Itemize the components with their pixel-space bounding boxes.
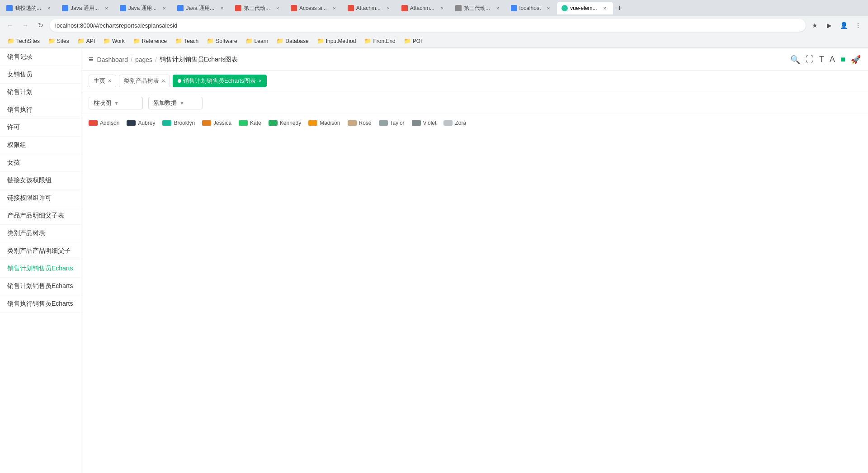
sidebar-item-category-product-detail[interactable]: 类别产品产品明细父子 [0, 242, 81, 260]
text-icon[interactable]: A [830, 55, 835, 64]
data-type-arrow: ▼ [179, 100, 184, 106]
breadcrumb-dashboard[interactable]: Dashboard [97, 56, 128, 63]
tab-8[interactable]: Attachm... × [397, 2, 450, 14]
bookmark-techsites[interactable]: 📁 TechSites [4, 37, 43, 45]
legend-item-taylor[interactable]: Taylor [379, 120, 405, 126]
sidebar-item-female-sales[interactable]: 女销售员 [0, 66, 81, 84]
sidebar-item-permit[interactable]: 许可 [0, 119, 81, 137]
tab-11[interactable]: vue-elem... × [557, 2, 613, 14]
tab-close-3[interactable]: × [160, 5, 168, 12]
tab-close-9[interactable]: × [494, 5, 501, 12]
tab-close-8[interactable]: × [439, 5, 446, 12]
tab-bar: 我投递的... × Java 通用... × Java 通用... × Java… [0, 0, 868, 16]
tab-5[interactable]: 第三代动... × [231, 2, 286, 14]
tab-close-4[interactable]: × [218, 5, 226, 12]
bookmark-software[interactable]: 📁 Software [203, 37, 241, 45]
tab-1[interactable]: 我投递的... × [2, 2, 57, 14]
folder-icon: 📁 [364, 38, 371, 44]
sidebar-item-category-tree[interactable]: 类别产品树表 [0, 225, 81, 242]
search-icon[interactable]: 🔍 [790, 55, 800, 65]
address-input[interactable] [50, 19, 806, 32]
tab-7[interactable]: Attachm... × [343, 2, 396, 14]
sidebar-item-sales-plan-echarts[interactable]: 销售计划销售员Echarts [0, 260, 81, 278]
sidebar-item-sales-plan[interactable]: 销售计划 [0, 84, 81, 101]
sidebar-item-girls[interactable]: 女孩 [0, 154, 81, 172]
bookmark-api[interactable]: 📁 API [74, 37, 99, 45]
tab-2[interactable]: Java 通用... × [57, 2, 115, 14]
bookmark-learn[interactable]: 📁 Learn [242, 37, 272, 45]
sidebar-item-link-girl-group[interactable]: 链接女孩权限组 [0, 172, 81, 189]
bookmark-star-icon[interactable]: ★ [808, 19, 821, 32]
breadcrumb-current: 销售计划销售员Echarts图表 [160, 56, 238, 64]
sidebar: 销售记录 女销售员 销售计划 销售执行 许可 权限组 女孩 链接女孩权限组 链接… [0, 48, 81, 473]
back-button[interactable]: ← [4, 19, 16, 32]
sidebar-item-sales-plan-echarts2[interactable]: 销售计划销售员Echarts [0, 278, 81, 295]
legend-item-zora[interactable]: Zora [443, 120, 466, 126]
sidebar-item-link-group-permit[interactable]: 链接权限组许可 [0, 189, 81, 207]
breadcrumb-pages[interactable]: pages [135, 56, 152, 63]
bookmark-sites[interactable]: 📁 Sites [44, 37, 73, 45]
legend-item-jessica[interactable]: Jessica [202, 120, 231, 126]
legend-item-madison[interactable]: Madison [308, 120, 340, 126]
bookmark-work[interactable]: 📁 Work [99, 37, 128, 45]
content-tab-close-category[interactable]: × [162, 78, 165, 84]
tab-close-1[interactable]: × [45, 5, 52, 12]
tab-close-2[interactable]: × [103, 5, 110, 12]
content-tab-close-echarts[interactable]: × [259, 78, 262, 84]
sidebar-item-permission-group[interactable]: 权限组 [0, 137, 81, 154]
bookmark-teach[interactable]: 📁 Teach [171, 37, 202, 45]
folder-icon: 📁 [175, 38, 182, 44]
forward-button[interactable]: → [19, 19, 32, 32]
folder-icon: 📁 [103, 38, 110, 44]
bookmark-inputmethod[interactable]: 📁 InputMethod [313, 37, 360, 45]
reload-button[interactable]: ↻ [34, 19, 47, 32]
sidebar-item-sales-exec-echarts[interactable]: 销售执行销售员Echarts [0, 295, 81, 313]
sidebar-item-sales-exec[interactable]: 销售执行 [0, 101, 81, 119]
chart-plot-area [81, 131, 868, 473]
menu-dots-icon[interactable]: ⋮ [852, 19, 864, 32]
tab-close-6[interactable]: × [331, 5, 338, 12]
cast-icon[interactable]: ▶ [823, 19, 835, 32]
tab-close-11[interactable]: × [601, 5, 609, 12]
tab-10[interactable]: localhost × [506, 2, 557, 14]
legend-item-violet[interactable]: Violet [412, 120, 437, 126]
tab-6[interactable]: Access si... × [286, 2, 343, 14]
chart-type-select[interactable]: 柱状图 ▼ [89, 97, 143, 109]
legend-item-kate[interactable]: Kate [239, 120, 261, 126]
fullscreen-icon[interactable]: ⛶ [806, 55, 814, 64]
tab-4[interactable]: Java 通用... × [173, 2, 230, 14]
legend-item-brooklyn[interactable]: Brooklyn [162, 120, 195, 126]
content-tab-home[interactable]: 主页 × [89, 75, 116, 87]
tab-close-7[interactable]: × [385, 5, 392, 12]
tab-9[interactable]: 第三代动... × [451, 2, 506, 14]
legend-item-aubrey[interactable]: Aubrey [127, 120, 155, 126]
tab-close-10[interactable]: × [545, 5, 552, 12]
legend-item-rose[interactable]: Rose [348, 120, 372, 126]
content-tab-close-home[interactable]: × [108, 78, 111, 84]
rocket-icon: 🚀 [851, 55, 861, 65]
main-content: ≡ Dashboard / pages / 销售计划销售员Echarts图表 🔍… [81, 48, 868, 473]
bookmark-poi[interactable]: 📁 POI [400, 37, 426, 45]
content-tab-echarts[interactable]: 销售计划销售员Echarts图表 × [173, 75, 267, 87]
folder-icon: 📁 [245, 38, 253, 44]
folder-icon: 📁 [48, 38, 55, 44]
legend-item-kennedy[interactable]: Kennedy [269, 120, 301, 126]
font-size-icon[interactable]: T [819, 55, 824, 64]
bookmark-frontend[interactable]: 📁 FrontEnd [360, 37, 399, 45]
legend-item-addison[interactable]: Addison [89, 120, 119, 126]
menu-toggle-icon[interactable]: ≡ [89, 55, 94, 64]
sidebar-item-sales-record[interactable]: 销售记录 [0, 48, 81, 66]
tab-3[interactable]: Java 通用... × [115, 2, 173, 14]
content-tabs: 主页 × 类别产品树表 × 销售计划销售员Echarts图表 × [81, 71, 868, 91]
content-tab-category[interactable]: 类别产品树表 × [119, 75, 170, 87]
bookmark-reference[interactable]: 📁 Reference [129, 37, 170, 45]
breadcrumb-sep-1: / [131, 56, 132, 63]
sidebar-item-product-detail[interactable]: 产品产品明细父子表 [0, 207, 81, 225]
data-type-select[interactable]: 累加数据 ▼ [148, 97, 203, 109]
settings-icon[interactable]: ■ [840, 55, 845, 64]
new-tab-button[interactable]: + [613, 2, 626, 14]
page-header: ≡ Dashboard / pages / 销售计划销售员Echarts图表 🔍… [81, 48, 868, 71]
bookmark-database[interactable]: 📁 Database [273, 37, 312, 45]
profile-icon[interactable]: 👤 [837, 19, 850, 32]
tab-close-5[interactable]: × [274, 5, 281, 12]
